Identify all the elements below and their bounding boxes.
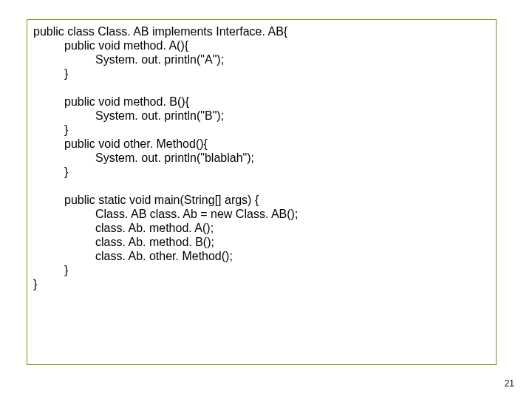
code-line: class. Ab. other. Method();	[33, 249, 490, 263]
slide: public class Class. AB implements Interf…	[0, 0, 532, 399]
code-line: System. out. println("blablah");	[33, 151, 490, 165]
code-line: }	[33, 277, 490, 291]
code-line: }	[33, 165, 490, 179]
code-line: }	[33, 123, 490, 137]
code-line: Class. AB class. Ab = new Class. AB();	[33, 207, 490, 221]
code-line: System. out. println("A");	[33, 52, 490, 66]
code-line: public void other. Method(){	[33, 137, 490, 151]
code-line: class. Ab. method. B();	[33, 235, 490, 249]
code-line: public void method. B(){	[33, 95, 490, 109]
code-line: System. out. println("B");	[33, 109, 490, 123]
code-line: }	[33, 66, 490, 81]
code-line: public static void main(String[] args) {	[33, 193, 490, 207]
blank-line	[33, 81, 490, 95]
code-line: public class Class. AB implements Interf…	[33, 24, 490, 38]
code-line: public void method. A(){	[33, 38, 490, 52]
code-box: public class Class. AB implements Interf…	[27, 19, 497, 365]
code-line: }	[33, 263, 490, 277]
page-number: 21	[505, 378, 514, 389]
blank-line	[33, 179, 490, 193]
code-line: class. Ab. method. A();	[33, 221, 490, 235]
